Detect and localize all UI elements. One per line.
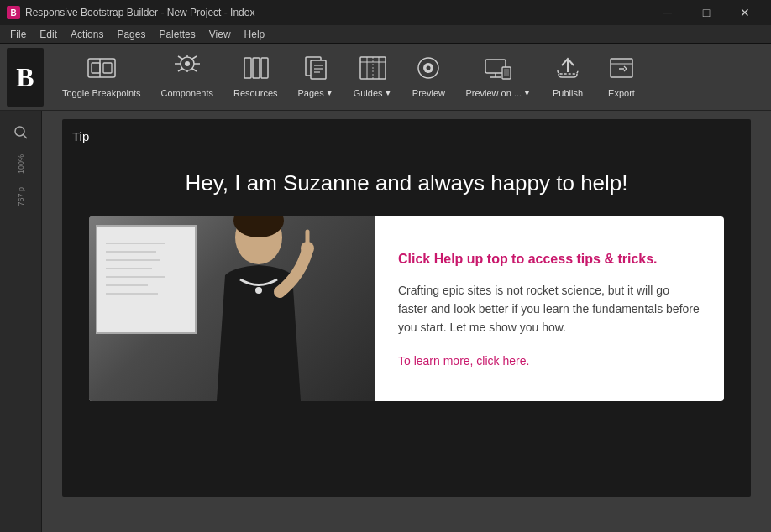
tip-headline: Hey, I am Suzanne and always happy to he… bbox=[89, 170, 724, 196]
publish-icon bbox=[553, 55, 582, 85]
guides-label: Guides ▼ bbox=[354, 88, 392, 98]
tip-learn-more-link[interactable]: To learn more, click here. bbox=[398, 354, 700, 368]
preview-label: Preview bbox=[412, 88, 445, 98]
window-controls[interactable]: ─ □ ✕ bbox=[648, 0, 764, 25]
publish-label: Publish bbox=[553, 88, 583, 98]
svg-line-30 bbox=[23, 135, 27, 139]
menu-actions[interactable]: Actions bbox=[64, 27, 110, 42]
svg-rect-7 bbox=[253, 58, 260, 78]
image-background bbox=[89, 216, 375, 401]
close-button[interactable]: ✕ bbox=[726, 0, 764, 25]
maximize-button[interactable]: □ bbox=[687, 0, 726, 25]
preview-on-icon bbox=[484, 55, 512, 85]
preview-on-label: Preview on ... ▼ bbox=[465, 88, 531, 98]
svg-rect-10 bbox=[311, 60, 326, 79]
svg-rect-27 bbox=[611, 59, 632, 77]
svg-rect-26 bbox=[504, 69, 509, 76]
menu-file[interactable]: File bbox=[3, 27, 33, 42]
window-title: Responsive Bootstrap Builder - New Proje… bbox=[25, 7, 254, 18]
title-bar-left: B Responsive Bootstrap Builder - New Pro… bbox=[7, 6, 254, 19]
tip-text-area: Click Help up top to access tips & trick… bbox=[375, 216, 724, 401]
width-label: 767 p bbox=[17, 187, 25, 206]
tip-description: Crafting epic sites is not rocket scienc… bbox=[398, 281, 700, 337]
menu-bar: File Edit Actions Pages Palettes View He… bbox=[0, 25, 771, 44]
app-icon: B bbox=[7, 6, 20, 19]
menu-pages[interactable]: Pages bbox=[110, 27, 152, 42]
tip-label: Tip bbox=[72, 129, 741, 143]
svg-point-29 bbox=[15, 127, 24, 136]
publish-button[interactable]: Publish bbox=[543, 48, 593, 107]
menu-palettes[interactable]: Palettes bbox=[152, 27, 202, 42]
components-icon bbox=[173, 55, 202, 85]
svg-rect-8 bbox=[261, 58, 268, 78]
canvas-area[interactable]: Tip Hey, I am Suzanne and always happy t… bbox=[42, 111, 771, 532]
menu-view[interactable]: View bbox=[202, 27, 238, 42]
svg-rect-2 bbox=[103, 63, 112, 73]
svg-rect-1 bbox=[92, 63, 100, 73]
preview-on-button[interactable]: Preview on ... ▼ bbox=[457, 48, 539, 107]
search-icon[interactable] bbox=[6, 117, 36, 148]
toggle-breakpoints-label: Toggle Breakpoints bbox=[62, 88, 141, 98]
minimize-button[interactable]: ─ bbox=[648, 0, 687, 25]
guides-icon bbox=[359, 55, 387, 85]
export-icon bbox=[607, 55, 636, 85]
page-frame: Tip Hey, I am Suzanne and always happy t… bbox=[62, 119, 751, 497]
zoom-label: 100% bbox=[17, 154, 25, 174]
svg-point-5 bbox=[185, 61, 190, 66]
toolbar: B Toggle Breakpoints Components bbox=[0, 44, 771, 111]
resources-button[interactable]: Resources bbox=[225, 48, 286, 107]
menu-help[interactable]: Help bbox=[238, 27, 272, 42]
main-area: 100% 767 p Tip Hey, I am Suzanne and alw… bbox=[0, 111, 771, 532]
title-bar: B Responsive Bootstrap Builder - New Pro… bbox=[0, 0, 771, 25]
menu-edit[interactable]: Edit bbox=[33, 27, 64, 42]
guides-button[interactable]: Guides ▼ bbox=[345, 48, 401, 107]
svg-point-21 bbox=[427, 66, 431, 70]
pages-button[interactable]: Pages ▼ bbox=[290, 48, 342, 107]
toolbar-logo: B bbox=[7, 48, 44, 107]
sidebar-left: 100% 767 p bbox=[0, 111, 42, 532]
svg-point-42 bbox=[255, 287, 262, 294]
export-button[interactable]: Export bbox=[596, 48, 647, 107]
svg-rect-6 bbox=[244, 58, 251, 78]
preview-button[interactable]: Preview bbox=[403, 48, 454, 107]
tip-image bbox=[89, 216, 375, 401]
resources-label: Resources bbox=[233, 88, 278, 98]
toggle-breakpoints-icon bbox=[87, 55, 116, 85]
export-label: Export bbox=[608, 88, 635, 98]
components-label: Components bbox=[161, 88, 213, 98]
toggle-breakpoints-button[interactable]: Toggle Breakpoints bbox=[54, 48, 149, 107]
components-button[interactable]: Components bbox=[153, 48, 222, 107]
svg-rect-0 bbox=[88, 59, 115, 77]
tip-link-title: Click Help up top to access tips & trick… bbox=[398, 250, 700, 269]
tip-content: Hey, I am Suzanne and always happy to he… bbox=[72, 154, 741, 418]
pages-icon bbox=[302, 55, 330, 85]
tip-body: Click Help up top to access tips & trick… bbox=[89, 216, 724, 401]
pages-label: Pages ▼ bbox=[298, 88, 333, 98]
resources-icon bbox=[241, 55, 270, 85]
brand-logo: B bbox=[16, 64, 34, 91]
preview-icon bbox=[414, 55, 443, 85]
